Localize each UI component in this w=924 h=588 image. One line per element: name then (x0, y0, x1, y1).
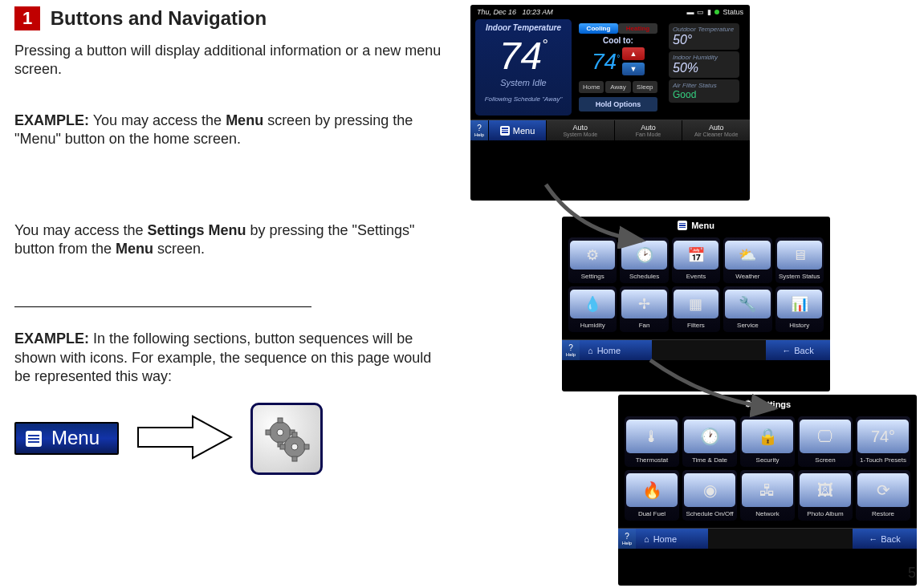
section-title: Buttons and Navigation (51, 7, 267, 29)
menu-item-restore[interactable]: ⟳Restore (856, 470, 910, 521)
menu-item-events[interactable]: 📅Events (672, 237, 720, 283)
menu-item-icon: 📊 (777, 290, 822, 318)
menu-item-icon: 📅 (674, 241, 718, 270)
menu-item-label: Dual Fuel (638, 510, 666, 517)
menu-item-1-touch-presets[interactable]: 74°1-Touch Presets (856, 416, 910, 467)
intro-text: Pressing a button will display additiona… (14, 42, 448, 79)
svg-rect-11 (304, 444, 309, 449)
example2-label: EXAMPLE: (14, 330, 89, 347)
example1: EXAMPLE: You may access the Menu screen … (14, 112, 448, 149)
menu-item-settings[interactable]: ⚙Settings (568, 237, 617, 283)
display-icon: ▭ (697, 8, 704, 16)
menu-item-icon: 🖧 (742, 473, 793, 507)
system-mode-button[interactable]: AutoSystem Mode (546, 120, 614, 140)
menu-item-system-status[interactable]: 🖥System Status (775, 237, 824, 283)
menu-item-icon: 🔒 (742, 420, 793, 453)
menu-item-thermostat[interactable]: 🌡Thermostat (625, 416, 679, 467)
menu-item-dual-fuel[interactable]: 🔥Dual Fuel (625, 470, 679, 521)
temp-down-button[interactable]: ▼ (622, 63, 645, 75)
home-button[interactable]: ⌂Home (580, 340, 652, 360)
divider (14, 306, 311, 307)
cool-to-label: Cool to: (579, 36, 657, 45)
help-button[interactable]: ?Help (562, 340, 580, 360)
p2-pre: You may access the (14, 222, 147, 238)
menu-item-time-date[interactable]: 🕐Time & Date (682, 416, 737, 467)
fan-mode-button[interactable]: AutoFan Mode (614, 120, 682, 140)
signal-icon: ▮ (707, 8, 711, 16)
menu-item-icon: 🕐 (684, 420, 735, 453)
menu-item-label: Time & Date (692, 456, 727, 464)
status-dot-icon (714, 10, 719, 14)
menu-item-icon: ▦ (674, 290, 718, 318)
menu-item-filters[interactable]: ▦Filters (672, 286, 720, 332)
svg-rect-6 (266, 430, 271, 435)
menu-item-humidity[interactable]: 💧Humidity (568, 286, 617, 332)
air-filter-status: Good (673, 89, 735, 100)
menu-item-weather[interactable]: ⛅Weather (723, 237, 771, 283)
example1-label: EXAMPLE: (14, 112, 89, 128)
back-button[interactable]: ←Back (853, 529, 917, 549)
section-number: 1 (14, 6, 40, 30)
p2-b1: Settings Menu (147, 222, 246, 238)
menu-item-screen[interactable]: 🖵Screen (798, 416, 853, 467)
para2: You may access the Settings Menu by pres… (14, 221, 448, 259)
sequence-arrow-icon (136, 413, 233, 464)
cooling-tab[interactable]: Cooling (579, 23, 618, 34)
menu-item-label: Humidity (580, 322, 605, 329)
menu-item-history[interactable]: 📊History (775, 286, 824, 332)
menu-item-fan[interactable]: ✢Fan (620, 286, 668, 332)
thermostat-settings-screen: ⚙Settings 🌡Thermostat🕐Time & Date🔒Securi… (618, 395, 917, 586)
menu-sequence: Menu (14, 403, 448, 475)
home-button[interactable]: ⌂Home (636, 529, 708, 549)
gear-icon (263, 415, 311, 463)
setpoint-temp: 74° (592, 49, 620, 75)
air-cleaner-mode-button[interactable]: AutoAir Cleaner Mode (682, 120, 750, 140)
temp-up-button[interactable]: ▲ (622, 47, 645, 60)
menu-button-label: Menu (51, 427, 100, 448)
menu-item-icon: 🕑 (621, 241, 666, 270)
menu-item-label: Weather (735, 273, 759, 280)
preset-home[interactable]: Home (579, 81, 604, 93)
preset-sleep[interactable]: Sleep (633, 81, 657, 93)
hold-options[interactable]: Hold Options (579, 97, 657, 112)
menu-item-icon: 74° (857, 420, 909, 453)
section-header: 1 Buttons and Navigation (14, 6, 448, 30)
back-button[interactable]: ←Back (766, 340, 830, 360)
heating-tab[interactable]: Heating (618, 23, 657, 34)
menu-button[interactable]: Menu (14, 422, 119, 455)
menu-item-security[interactable]: 🔒Security (740, 416, 795, 467)
footer-spacer (708, 529, 853, 549)
menu-item-service[interactable]: 🔧Service (723, 286, 771, 332)
help-button[interactable]: ?Help (618, 529, 636, 549)
home-icon: ⌂ (644, 534, 649, 544)
svg-rect-4 (278, 418, 283, 423)
menu-item-photo-album[interactable]: 🖼Photo Album (798, 470, 853, 521)
time: 10:23 AM (523, 8, 553, 16)
menu-footer-button[interactable]: Menu (488, 120, 546, 140)
status-group: ▬ ▭ ▮ Status (686, 8, 743, 16)
menu-item-schedule-on-off[interactable]: ◉Schedule On/Off (682, 470, 737, 521)
menu-item-icon: 🔧 (725, 290, 770, 318)
menu-item-icon: 🖥 (777, 241, 822, 270)
menu-item-icon: 🌡 (626, 420, 678, 453)
thermostat-menu-screen: Menu ⚙Settings🕑Schedules📅Events⛅Weather🖥… (562, 217, 830, 391)
p2-b2: Menu (116, 241, 153, 257)
svg-point-3 (291, 444, 298, 450)
menu-item-schedules[interactable]: 🕑Schedules (620, 237, 668, 283)
system-state: System Idle (479, 78, 568, 87)
menu-item-icon: 🖼 (800, 473, 851, 507)
preset-away[interactable]: Away (605, 81, 630, 93)
menu-grid: ⚙Settings🕑Schedules📅Events⛅Weather🖥Syste… (568, 237, 824, 332)
menu-icon (500, 126, 510, 136)
battery-icon: ▬ (686, 8, 694, 16)
menu-item-icon: ⛅ (725, 241, 770, 270)
page-number: 5 (908, 565, 916, 582)
help-button[interactable]: ?Help (470, 120, 488, 140)
settings-tile[interactable] (250, 403, 323, 475)
menu-item-label: Thermostat (636, 456, 668, 464)
menu-item-label: Network (755, 510, 779, 517)
menu-item-label: Fan (639, 322, 650, 329)
menu-icon (26, 431, 42, 447)
setpoint-panel: Cooling Heating Cool to: 74° ▲ ▼ Home Aw… (575, 19, 661, 116)
menu-item-network[interactable]: 🖧Network (740, 470, 795, 521)
